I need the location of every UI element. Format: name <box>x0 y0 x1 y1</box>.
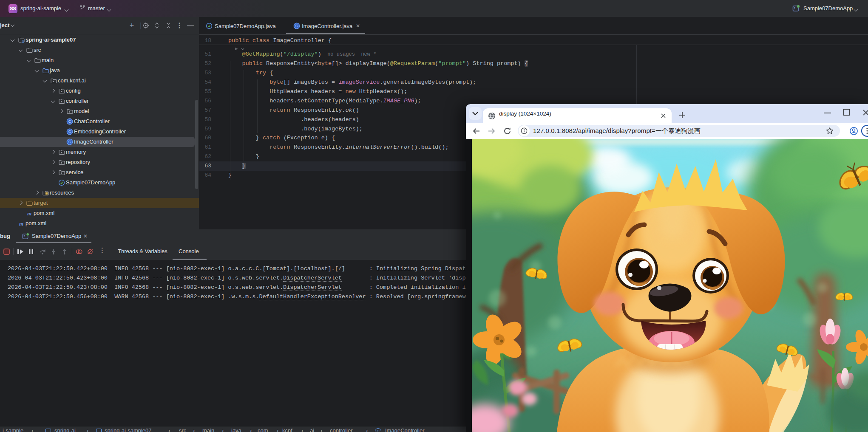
svg-text:C: C <box>68 140 71 144</box>
svg-text:C: C <box>295 24 298 28</box>
svg-text:C: C <box>68 130 71 134</box>
svg-text:m: m <box>27 210 31 217</box>
svg-text:m: m <box>19 220 23 227</box>
svg-text:C: C <box>68 119 71 124</box>
